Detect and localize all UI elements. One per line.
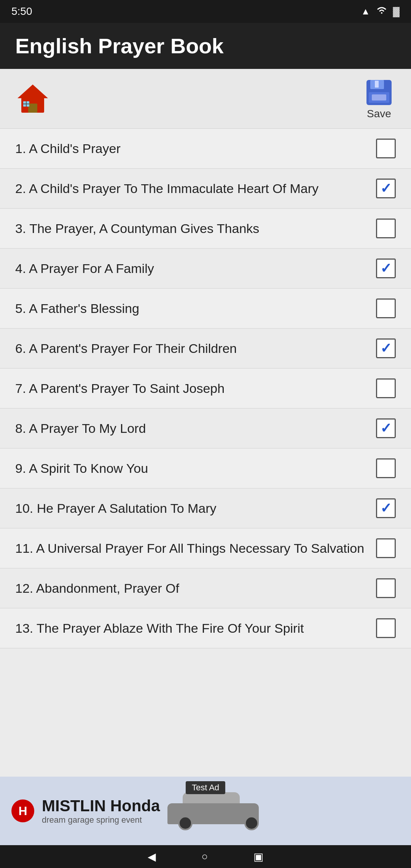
item-text: 8. A Prayer To My Lord [15, 420, 376, 437]
app-header: English Prayer Book [0, 23, 411, 69]
svg-rect-2 [28, 104, 37, 113]
item-text: 2. A Child's Prayer To The Immaculate He… [15, 180, 376, 197]
save-icon [364, 77, 394, 108]
ad-logo: H MISTLIN Honda dream garage spring even… [11, 797, 160, 825]
honda-logo: H [11, 799, 34, 822]
ad-sub-text: dream garage spring event [42, 815, 142, 825]
svg-rect-10 [372, 94, 386, 101]
item-text: 1. A Child's Prayer [15, 140, 376, 157]
list-item: 3. The Prayer, A Countyman Gives Thanks [0, 209, 411, 249]
list-item: 9. A Spirit To Know You [0, 448, 411, 488]
nav-bar: ◀ ○ ▣ [0, 845, 411, 868]
page-title: English Prayer Book [15, 34, 224, 58]
item-text: 10. He Prayer A Salutation To Mary [15, 500, 376, 517]
item-checkbox[interactable] [376, 578, 396, 598]
recents-button[interactable]: ▣ [253, 850, 263, 863]
prayer-list: 1. A Child's Prayer2. A Child's Prayer T… [0, 129, 411, 777]
list-item: 4. A Prayer For A Family [0, 249, 411, 289]
item-checkbox[interactable] [376, 179, 396, 198]
item-checkbox[interactable] [376, 298, 396, 318]
list-item: 11. A Universal Prayer For All Things Ne… [0, 528, 411, 568]
list-item: 10. He Prayer A Salutation To Mary [0, 488, 411, 528]
back-button[interactable]: ◀ [148, 850, 156, 863]
status-bar: 5:50 ▲ ▓ [0, 0, 411, 23]
list-item: 1. A Child's Prayer [0, 129, 411, 169]
ad-brand-name: MISTLIN Honda [42, 797, 160, 815]
ad-label: Test Ad [186, 781, 225, 794]
svg-rect-8 [375, 81, 379, 88]
item-checkbox[interactable] [376, 338, 396, 358]
list-item: 5. A Father's Blessing [0, 289, 411, 329]
network-icon: ▲ [361, 6, 370, 17]
item-text: 6. A Parent's Prayer For Their Children [15, 340, 376, 357]
item-text: 7. A Parent's Prayer To Saint Joseph [15, 380, 376, 397]
item-text: 9. A Spirit To Know You [15, 460, 376, 477]
status-time: 5:50 [11, 5, 32, 18]
save-label: Save [367, 108, 391, 120]
item-checkbox[interactable] [376, 618, 396, 638]
list-item: 13. The Prayer Ablaze With The Fire Of Y… [0, 608, 411, 648]
item-text: 3. The Prayer, A Countyman Gives Thanks [15, 220, 376, 237]
item-checkbox[interactable] [376, 538, 396, 558]
car-shape [167, 790, 266, 832]
item-checkbox[interactable] [376, 418, 396, 438]
item-text: 12. Abandonment, Prayer Of [15, 580, 376, 597]
action-bar: Save [0, 69, 411, 129]
home-nav-button[interactable]: ○ [202, 850, 208, 863]
list-item: 2. A Child's Prayer To The Immaculate He… [0, 169, 411, 209]
item-checkbox[interactable] [376, 378, 396, 398]
item-checkbox[interactable] [376, 458, 396, 478]
item-text: 4. A Prayer For A Family [15, 260, 376, 277]
item-text: 5. A Father's Blessing [15, 300, 376, 317]
ad-banner[interactable]: Test Ad H MISTLIN Honda dream garage spr… [0, 777, 411, 845]
item-checkbox[interactable] [376, 258, 396, 278]
item-checkbox[interactable] [376, 139, 396, 158]
item-text: 11. A Universal Prayer For All Things Ne… [15, 540, 376, 557]
svg-marker-1 [18, 85, 48, 98]
item-text: 13. The Prayer Ablaze With The Fire Of Y… [15, 620, 376, 637]
home-button[interactable] [14, 80, 52, 118]
item-checkbox[interactable] [376, 498, 396, 518]
save-button[interactable]: Save [361, 76, 397, 121]
list-item: 6. A Parent's Prayer For Their Children [0, 329, 411, 369]
list-item: 12. Abandonment, Prayer Of [0, 568, 411, 608]
list-item: 7. A Parent's Prayer To Saint Joseph [0, 369, 411, 408]
wifi-icon [376, 6, 387, 17]
battery-icon: ▓ [393, 6, 400, 17]
item-checkbox[interactable] [376, 219, 396, 238]
home-icon [16, 81, 50, 116]
list-item: 8. A Prayer To My Lord [0, 408, 411, 448]
status-icons: ▲ ▓ [361, 6, 400, 17]
